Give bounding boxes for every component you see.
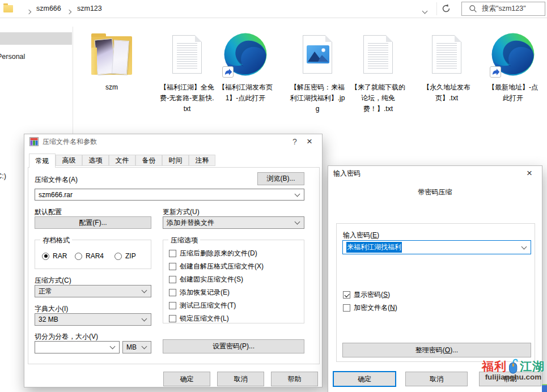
text-file-icon	[363, 35, 393, 74]
compression-method-combobox[interactable]: 正常	[35, 285, 151, 297]
checkbox-delete-after[interactable]: 压缩后删除原来的文件(D)	[169, 249, 257, 258]
checkbox-test[interactable]: 测试已压缩文件(T)	[169, 301, 236, 310]
file-label: 【最新地址】-点此打开	[485, 82, 541, 104]
checkbox-solid[interactable]: 创建固实压缩文件(S)	[169, 275, 243, 284]
help-button[interactable]: 帮助	[271, 372, 318, 386]
checkbox-lock[interactable]: 锁定压缩文件(L)	[169, 314, 229, 323]
winrar-books-icon	[29, 137, 39, 146]
search-input[interactable]: 搜索"szm123"	[461, 2, 545, 16]
chevron-right-icon	[27, 7, 31, 15]
refresh-icon[interactable]	[441, 3, 451, 14]
breadcrumb-szm123[interactable]: szm123	[77, 5, 102, 12]
folder-icon	[3, 5, 13, 12]
archive-name-value: szm666.rar	[39, 191, 73, 199]
file-label: 【福利江湖】全免费-无套路-更新快.txt	[159, 82, 215, 114]
mouse-icon	[507, 358, 519, 374]
ok-button[interactable]: 确定	[163, 372, 210, 386]
password-value: 来福利江湖找福利	[346, 242, 402, 253]
profile-button[interactable]: 配置(F)...	[35, 216, 151, 229]
text-file-icon	[432, 35, 461, 74]
breadcrumb-szm666[interactable]: szm666	[36, 5, 61, 12]
encrypt-filenames-checkbox[interactable]: 加密文件名(N)	[343, 303, 397, 313]
file-item-txt-1[interactable]: 【福利江湖】全免费-无套路-更新快.txt	[159, 28, 215, 114]
dialog-titlebar[interactable]: 输入密码 ×	[328, 166, 542, 181]
file-label: 【福利江湖发布页1】-点此打开	[218, 82, 273, 104]
browse-button[interactable]: 浏览(B)...	[257, 172, 304, 185]
chevron-down-icon[interactable]	[295, 191, 300, 197]
default-profile-label: 默认配置	[35, 207, 62, 217]
dialog-title: 输入密码	[333, 169, 361, 178]
file-item-txt-3[interactable]: 【永久地址发布页】.txt	[419, 28, 474, 104]
file-item-jpg[interactable]: 【解压密码：来福利江湖找福利】.jpg	[290, 28, 345, 114]
tab-comment[interactable]: 注释	[189, 155, 215, 166]
file-label: szm	[84, 82, 139, 93]
brand-url: fulijianghu.com	[480, 373, 547, 381]
enter-password-label: 输入密码(E)	[343, 231, 379, 240]
winrar-archive-dialog: 压缩文件名和参数 ? × 常规 高级 选项 文件 备份 时间 注释 .tab{ …	[24, 134, 323, 387]
chevron-down-icon[interactable]	[142, 316, 147, 322]
cancel-button[interactable]: 取消	[217, 372, 264, 386]
update-mode-value: 添加并替换文件	[167, 218, 214, 228]
dialog-titlebar[interactable]: 压缩文件名和参数 ? ×	[24, 134, 322, 149]
close-icon[interactable]: ×	[302, 136, 317, 147]
chevron-down-icon[interactable]	[110, 344, 116, 350]
file-item-edge-shortcut-1[interactable]: 【福利江湖发布页1】-点此打开	[218, 28, 273, 104]
close-icon[interactable]: ×	[522, 168, 537, 179]
chevron-right-icon	[67, 7, 71, 15]
tab-backup[interactable]: 备份	[135, 155, 162, 166]
radio-zip[interactable]: ZIP	[115, 252, 136, 260]
set-password-button[interactable]: 设置密码(P)...	[163, 339, 304, 353]
tab-files[interactable]: 文件	[109, 155, 135, 166]
help-icon[interactable]: ?	[287, 136, 302, 147]
archive-format-caption: 存档格式	[40, 236, 72, 245]
split-volumes-label: 切分为分卷，大小(V)	[35, 332, 98, 342]
sidebar-item-personal[interactable]: Personal	[0, 53, 25, 61]
organize-passwords-button[interactable]: 整理密码(O)...	[342, 343, 531, 357]
show-password-checkbox[interactable]: 显示密码(S)	[343, 290, 390, 300]
archive-name-combobox[interactable]: szm666.rar	[35, 189, 304, 201]
tab-advanced[interactable]: 高级	[56, 155, 82, 166]
brand-text-left: 福利	[482, 359, 507, 374]
checkbox-recovery[interactable]: 添加恢复记录(E)	[169, 288, 230, 297]
dictionary-size-value: 32 MB	[39, 316, 58, 323]
split-unit-value: MB	[126, 343, 137, 351]
edge-browser-icon	[223, 32, 268, 76]
sidebar-item-drive-c[interactable]: (C:)	[0, 172, 6, 180]
radio-rar[interactable]: RAR	[42, 252, 67, 260]
ok-button[interactable]: 确定	[333, 371, 396, 387]
password-heading: 带密码压缩	[328, 188, 542, 197]
chevron-down-icon[interactable]	[142, 288, 147, 293]
cancel-button[interactable]: 取消	[405, 372, 468, 386]
compression-method-label: 压缩方式(C)	[35, 276, 71, 286]
tab-time[interactable]: 时间	[162, 155, 189, 166]
tab-general[interactable]: 常规	[29, 154, 56, 168]
split-size-combobox[interactable]	[35, 341, 120, 353]
search-text: 搜索"szm123"	[482, 4, 526, 14]
archive-format-group: 存档格式 RAR RAR4 ZIP	[35, 240, 151, 269]
compression-method-value: 正常	[39, 287, 52, 296]
chevron-down-icon[interactable]	[521, 244, 527, 249]
dictionary-size-combobox[interactable]: 32 MB	[35, 313, 151, 326]
file-label: 【永久地址发布页】.txt	[419, 82, 474, 104]
update-mode-label: 更新方式(U)	[163, 207, 200, 217]
file-item-szm-folder[interactable]: szm	[84, 28, 139, 93]
chevron-down-icon[interactable]	[142, 344, 147, 350]
tab-options[interactable]: 选项	[82, 155, 109, 166]
edge-browser-icon	[491, 32, 535, 76]
split-unit-combobox[interactable]: MB	[122, 341, 151, 353]
sidebar-selected-item[interactable]	[0, 32, 72, 45]
file-item-edge-shortcut-2[interactable]: 【最新地址】-点此打开	[485, 28, 541, 104]
chevron-down-icon[interactable]	[295, 219, 300, 225]
text-file-icon	[172, 35, 202, 74]
compression-options-group: 压缩选项 压缩后删除原来的文件(D) 创建自解压格式压缩文件(X) 创建固实压缩…	[163, 240, 304, 323]
shortcut-arrow-icon	[490, 66, 501, 78]
shortcut-arrow-icon	[222, 66, 234, 78]
password-input[interactable]: 来福利江湖找福利	[342, 240, 531, 254]
address-dropdown-icon[interactable]	[423, 7, 427, 15]
search-icon	[469, 5, 477, 13]
checkbox-sfx[interactable]: 创建自解压格式压缩文件(X)	[169, 262, 264, 271]
radio-rar4[interactable]: RAR4	[75, 252, 104, 260]
update-mode-combobox[interactable]: 添加并替换文件	[163, 216, 304, 229]
folder-with-photos-icon	[90, 32, 133, 77]
file-item-txt-2[interactable]: 【来了就能下载的论坛，纯免费！】.txt	[350, 28, 406, 114]
